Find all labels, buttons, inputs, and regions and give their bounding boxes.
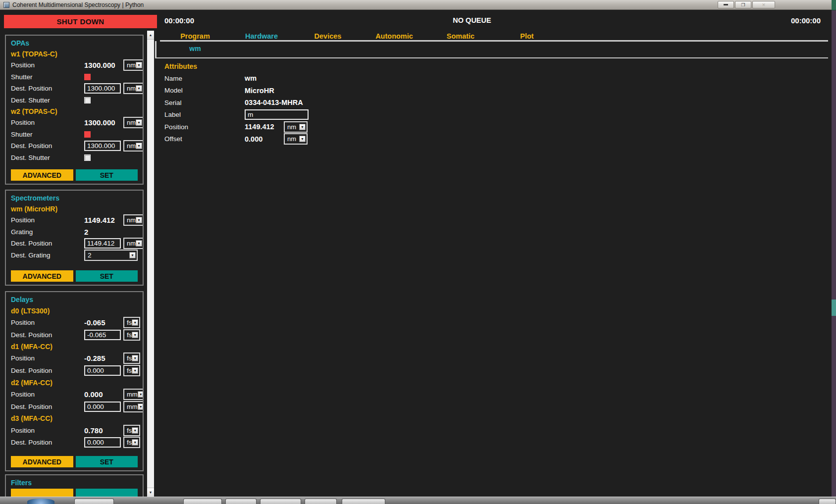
chevron-down-icon[interactable]: ▼ [136,217,142,223]
taskbar-button[interactable] [260,499,301,504]
field-label: Shutter [11,131,84,138]
unit-label: fs [127,332,132,338]
dest-position-input[interactable] [84,365,121,376]
taskbar-button[interactable] [819,499,836,504]
unit-select[interactable]: nm ▼ [123,238,144,249]
field-row: Position -0.065 fs ▼ [11,316,138,329]
unit-label: mm [127,391,138,398]
chevron-down-icon[interactable]: ▼ [129,252,136,258]
taskbar-button[interactable] [305,499,337,504]
attr-row-position: Position 1149.412 nm ▼ [164,121,377,133]
panel-opas: OPAs w1 (TOPAS-C) Position 1300.000 nm ▼… [5,35,144,185]
chevron-down-icon[interactable]: ▼ [138,403,144,410]
chevron-down-icon[interactable]: ▼ [138,391,144,398]
unit-select[interactable]: nm ▼ [284,133,308,145]
unit-label: fs [127,439,132,446]
field-label: Dest. Position [11,85,84,92]
panel-title: OPAs [11,38,138,49]
set-button[interactable]: SET [76,456,138,467]
field-row: Dest. Position fs ▼ [11,364,138,377]
minimize-button[interactable] [718,1,734,8]
dest-position-input[interactable] [84,141,121,151]
chevron-down-icon[interactable]: ▼ [136,240,142,247]
chevron-down-icon[interactable]: ▼ [299,124,306,130]
shutdown-button[interactable]: SHUT DOWN [4,15,157,28]
unit-select[interactable]: nm ▼ [123,214,144,226]
scroll-down-icon[interactable]: ▼ [147,488,154,497]
panel-spectrometers: Spectrometers wm (MicroHR) Position 1149… [5,190,144,286]
dest-position-input[interactable] [84,330,121,340]
unit-select[interactable]: nm ▼ [123,83,144,94]
chevron-down-icon[interactable]: ▼ [132,439,138,446]
set-button[interactable] [76,489,138,497]
dest-position-input[interactable] [84,437,121,448]
attr-label: Label [164,111,245,118]
taskbar-button[interactable] [74,499,114,504]
set-button[interactable]: SET [76,270,138,282]
unit-select[interactable]: nm ▼ [123,117,144,128]
field-label: Dest. Shutter [11,154,84,161]
screen: Coherent Multidimensional Spectroscopy |… [0,0,836,504]
advanced-button[interactable] [11,489,73,497]
dest-position-input[interactable] [84,238,121,249]
chevron-down-icon[interactable]: ▼ [299,136,306,142]
dest-grating-select[interactable]: 2 ▼ [84,250,138,261]
unit-label: fs [127,367,132,374]
unit-select[interactable]: nm ▼ [123,140,144,151]
field-label: Dest. Position [11,240,84,247]
unit-select[interactable]: nm ▼ [123,59,144,71]
panel-filters: Filters [5,474,144,497]
start-button[interactable] [27,499,54,504]
unit-select[interactable]: mm ▼ [123,389,144,400]
field-label: Position [11,354,84,362]
restore-button[interactable]: ❐ [735,1,751,8]
queue-status: NO QUEUE [162,16,782,24]
dest-shutter-checkbox[interactable] [84,97,91,103]
advanced-button[interactable]: ADVANCED [11,456,73,467]
dest-position-input[interactable] [84,402,121,412]
taskbar-button[interactable] [225,499,257,504]
unit-select[interactable]: fs ▼ [123,317,140,328]
grating-value: 2 [84,228,123,236]
attr-value: 0.000 [245,135,284,143]
subtab-wm[interactable]: wm [162,45,228,52]
sidebar-scrollbar[interactable]: ▲ ▼ [147,31,154,497]
unit-select[interactable]: fs ▼ [123,365,140,376]
unit-select[interactable]: fs ▼ [123,353,140,364]
app-window: SHUT DOWN 00:00:00 NO QUEUE 00:00:00 Pro… [0,10,832,497]
dest-position-input[interactable] [84,83,121,94]
chevron-down-icon[interactable]: ▼ [132,427,138,434]
chevron-down-icon[interactable]: ▼ [132,332,138,338]
unit-select[interactable]: fs ▼ [123,437,140,448]
set-button[interactable]: SET [76,169,138,181]
chevron-down-icon[interactable]: ▼ [136,85,142,92]
unit-select[interactable]: nm ▼ [284,121,308,133]
advanced-button[interactable]: ADVANCED [11,169,73,181]
unit-select[interactable]: fs ▼ [123,425,140,436]
attr-label: Name [164,75,245,82]
taskbar-button[interactable] [342,499,385,504]
scroll-up-icon[interactable]: ▲ [147,31,154,40]
subtab-underline [157,57,828,58]
chevron-down-icon[interactable]: ▼ [132,319,138,326]
unit-label: nm [127,143,136,149]
chevron-down-icon[interactable]: ▼ [136,119,142,126]
unit-label: nm [127,240,136,247]
field-row: Dest. Grating 2 ▼ [11,250,138,261]
attr-row-offset: Offset 0.000 nm ▼ [164,133,377,146]
advanced-button[interactable]: ADVANCED [11,270,73,282]
chevron-down-icon[interactable]: ▼ [132,367,138,374]
field-row: Grating 2 [11,226,138,238]
taskbar-button[interactable] [183,499,222,504]
label-input[interactable] [245,109,309,120]
close-button[interactable]: ✕ [752,1,775,8]
attr-label: Serial [164,99,245,106]
chevron-down-icon[interactable]: ▼ [132,355,138,361]
field-row: Dest. Shutter [11,95,138,106]
unit-select[interactable]: mm ▼ [123,401,144,412]
chevron-down-icon[interactable]: ▼ [136,143,142,149]
chevron-down-icon[interactable]: ▼ [136,62,142,68]
unit-label: nm [127,62,136,68]
dest-shutter-checkbox[interactable] [84,154,91,161]
unit-select[interactable]: fs ▼ [123,329,140,341]
